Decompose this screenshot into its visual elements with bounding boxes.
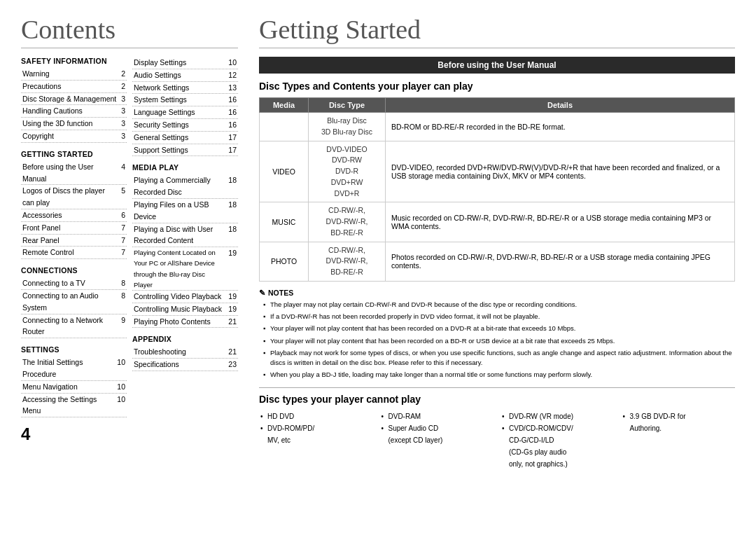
contents-column: Contents SAFETY INFORMATION Warning2 Pre…: [21, 14, 238, 470]
toc-item: Accessories6: [21, 209, 127, 222]
toc-item: Audio Settings12: [132, 69, 238, 82]
notes-list: The player may not play certain CD-RW/-R…: [259, 300, 735, 380]
media-cell: MUSIC: [260, 202, 309, 242]
toc-item: Accessing the Settings Menu10: [21, 394, 127, 418]
toc-item: Precautions2: [21, 81, 127, 93]
disc-type-cell: CD-RW/-R,DVD-RW/-R,BD-RE/-R: [309, 242, 386, 281]
pencil-icon: ✎: [259, 289, 265, 297]
toc-left: SAFETY INFORMATION Warning2 Precautions2…: [21, 57, 127, 444]
toc-item: Playing a Disc with User Recorded Conten…: [132, 223, 238, 248]
note-item: When you play a BD-J title, loading may …: [263, 370, 735, 380]
toc-item: Specifications23: [132, 359, 238, 371]
toc-item: Before using the User Manual4: [21, 161, 127, 186]
cannot-play-grid: HD DVD DVD-ROM/PD/MV, etc DVD-RAM Super …: [259, 410, 735, 470]
toc-item: Security Settings16: [132, 119, 238, 132]
list-item: 3.9 GB DVD-R forAuthoring.: [622, 410, 736, 434]
list-item: HD DVD: [259, 410, 373, 422]
note-item: Your player will not play content that h…: [263, 324, 735, 333]
toc-item: Handling Cautions3: [21, 105, 127, 118]
table-header-details: Details: [386, 98, 735, 113]
toc-safety: SAFETY INFORMATION Warning2 Precautions2…: [21, 57, 127, 143]
table-row: Blu-ray Disc3D Blu-ray Disc BD-ROM or BD…: [260, 113, 735, 141]
toc-item: General Settings17: [132, 132, 238, 144]
toc-item: Display Settings10: [132, 57, 238, 69]
note-item: Playback may not work for some types of …: [263, 348, 735, 368]
toc-item: Warning2: [21, 68, 127, 81]
toc-item: Front Panel7: [21, 222, 127, 235]
details-cell: BD-ROM or BD-RE/-R recorded in the BD-RE…: [386, 113, 735, 141]
toc-item: Rear Panel7: [21, 235, 127, 247]
notes-section: ✎ NOTES The player may not play certain …: [259, 289, 735, 380]
toc-item: Network Settings13: [132, 82, 238, 95]
table-row: PHOTO CD-RW/-R,DVD-RW/-R,BD-RE/-R Photos…: [260, 242, 735, 281]
toc-item: Support Settings17: [132, 144, 238, 157]
media-cell: [260, 113, 309, 141]
toc-display-settings: Display Settings10 Audio Settings12 Netw…: [132, 57, 238, 156]
before-banner: Before using the User Manual: [259, 57, 735, 74]
disc-type-cell: CD-RW/-R,DVD-RW/-R,BD-RE/-R: [309, 202, 386, 242]
cannot-col-1: HD DVD DVD-ROM/PD/MV, etc: [259, 410, 373, 470]
note-item: Your player will not play content that h…: [263, 336, 735, 346]
getting-started-title: Getting Started: [259, 14, 735, 48]
toc-item: Menu Navigation10: [21, 381, 127, 394]
details-cell: Photos recorded on CD-RW/-R, DVD-RW/-R, …: [386, 242, 735, 281]
list-item: Super Audio CD(except CD layer): [380, 422, 494, 446]
toc-mp-heading: MEDIA PLAY: [132, 163, 238, 172]
media-cell: PHOTO: [260, 242, 309, 281]
disc-type-cell: DVD-VIDEODVD-RWDVD-RDVD+RWDVD+R: [309, 141, 386, 202]
cannot-col-2: DVD-RAM Super Audio CD(except CD layer): [380, 410, 494, 470]
cannot-play-section: Disc types your player cannot play HD DV…: [259, 387, 735, 470]
toc-item: Connecting to a TV8: [21, 277, 127, 290]
media-cell: VIDEO: [260, 141, 309, 202]
toc-item: Copyright3: [21, 130, 127, 143]
toc-item: Remote Control7: [21, 247, 127, 259]
toc-item: The Initial Settings Procedure10: [21, 357, 127, 381]
list-item: CVD/CD-ROM/CDV/CD-G/CD-I/LD(CD-Gs play a…: [500, 422, 615, 470]
toc-item: Controlling Music Playback19: [132, 303, 238, 316]
toc-item: Troubleshooting21: [132, 346, 238, 359]
page-number: 4: [21, 424, 127, 444]
toc-appendix: APPENDIX Troubleshooting21 Specification…: [132, 335, 238, 371]
toc-getting-started: GETTING STARTED Before using the User Ma…: [21, 150, 127, 259]
toc-item: Playing a Commercially Recorded Disc18: [132, 174, 238, 199]
page-container: Contents SAFETY INFORMATION Warning2 Pre…: [21, 14, 735, 470]
notes-title: ✎ NOTES: [259, 289, 735, 297]
toc-item: Logos of Discs the player can play5: [21, 185, 127, 209]
toc-item: Using the 3D function3: [21, 118, 127, 130]
cannot-play-heading: Disc types your player cannot play: [259, 394, 735, 405]
getting-started-column: Getting Started Before using the User Ma…: [259, 14, 735, 470]
table-row: VIDEO DVD-VIDEODVD-RWDVD-RDVD+RWDVD+R DV…: [260, 141, 735, 202]
note-item: The player may not play certain CD-RW/-R…: [263, 300, 735, 310]
toc-item: Connecting to a Network Router9: [21, 314, 127, 339]
toc-item: Language Settings16: [132, 106, 238, 119]
disc-types-table: Media Disc Type Details Blu-ray Disc3D B…: [259, 97, 735, 282]
toc-item: Connecting to an Audio System8: [21, 290, 127, 314]
list-item: DVD-ROM/PD/MV, etc: [259, 422, 373, 446]
disc-types-heading: Disc Types and Contents your player can …: [259, 81, 735, 92]
toc-item: System Settings16: [132, 94, 238, 106]
table-header-media: Media: [260, 98, 309, 113]
toc-item: Playing Content Located on Your PC or Al…: [132, 247, 238, 291]
disc-type-cell: Blu-ray Disc3D Blu-ray Disc: [309, 113, 386, 141]
details-cell: Music recorded on CD-RW/-R, DVD-RW/-R, B…: [386, 202, 735, 242]
toc-connections: CONNECTIONS Connecting to a TV8 Connecti…: [21, 266, 127, 338]
toc-right: Display Settings10 Audio Settings12 Netw…: [132, 57, 238, 444]
toc-item: Controlling Video Playback19: [132, 291, 238, 303]
toc-item: Playing Files on a USB Device18: [132, 199, 238, 223]
table-row: MUSIC CD-RW/-R,DVD-RW/-R,BD-RE/-R Music …: [260, 202, 735, 242]
toc-settings-heading: SETTINGS: [21, 345, 127, 354]
contents-title: Contents: [21, 14, 238, 48]
toc-conn-heading: CONNECTIONS: [21, 266, 127, 275]
toc-gs-heading: GETTING STARTED: [21, 150, 127, 158]
list-item: DVD-RW (VR mode): [500, 410, 615, 422]
toc-safety-heading: SAFETY INFORMATION: [21, 57, 127, 65]
cannot-col-3: DVD-RW (VR mode) CVD/CD-ROM/CDV/CD-G/CD-…: [500, 410, 615, 470]
toc-settings: SETTINGS The Initial Settings Procedure1…: [21, 345, 127, 417]
note-item: If a DVD-RW/-R has not been recorded pro…: [263, 312, 735, 321]
cannot-col-4: 3.9 GB DVD-R forAuthoring.: [622, 410, 736, 470]
toc-item: Disc Storage & Management3: [21, 93, 127, 106]
details-cell: DVD-VIDEO, recorded DVD+RW/DVD-RW(V)/DVD…: [386, 141, 735, 202]
table-header-disc-type: Disc Type: [309, 98, 386, 113]
list-item: DVD-RAM: [380, 410, 494, 422]
toc-appendix-heading: APPENDIX: [132, 335, 238, 343]
